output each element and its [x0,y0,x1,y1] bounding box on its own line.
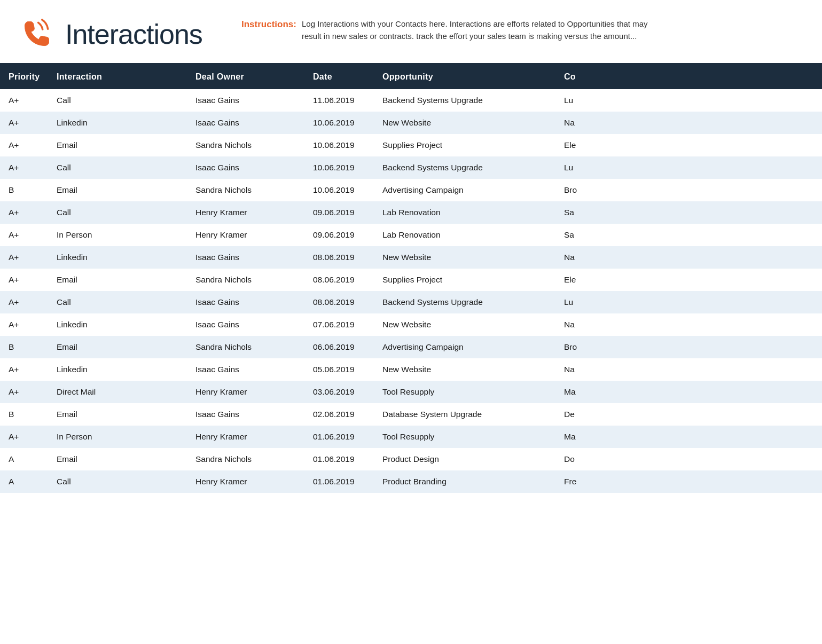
cell-interaction: In Person [48,426,187,448]
cell-priority: A+ [0,224,48,246]
cell-deal-owner: Sandra Nichols [187,134,304,156]
cell-priority: A+ [0,134,48,156]
cell-deal-owner: Henry Kramer [187,224,304,246]
page-header: Interactions Instructions: Log Interacti… [0,0,822,65]
cell-opportunity: Backend Systems Upgrade [374,156,555,179]
cell-opportunity: Backend Systems Upgrade [374,89,555,112]
cell-interaction: Email [48,336,187,358]
cell-date: 10.06.2019 [304,179,374,201]
cell-date: 10.06.2019 [304,156,374,179]
col-header-date: Date [304,65,374,89]
cell-date: 09.06.2019 [304,224,374,246]
interactions-table: Priority Interaction Deal Owner Date Opp… [0,65,822,493]
cell-deal-owner: Isaac Gains [187,112,304,134]
cell-date: 01.06.2019 [304,448,374,470]
cell-contact: Bro [555,336,822,358]
cell-opportunity: Product Design [374,448,555,470]
cell-priority: B [0,179,48,201]
cell-opportunity: Advertising Campaign [374,179,555,201]
cell-interaction: Linkedin [48,358,187,381]
page-title: Interactions [65,18,202,50]
table-row[interactable]: A+LinkedinIsaac Gains08.06.2019New Websi… [0,246,822,269]
cell-priority: A+ [0,426,48,448]
cell-date: 05.06.2019 [304,358,374,381]
cell-contact: Sa [555,224,822,246]
table-row[interactable]: A+Direct MailHenry Kramer03.06.2019Tool … [0,381,822,403]
cell-contact: Na [555,313,822,336]
interactions-table-container: Priority Interaction Deal Owner Date Opp… [0,65,822,493]
cell-contact: Fre [555,470,822,493]
table-row[interactable]: A+LinkedinIsaac Gains10.06.2019New Websi… [0,112,822,134]
cell-deal-owner: Henry Kramer [187,381,304,403]
cell-interaction: Email [48,269,187,291]
cell-opportunity: Supplies Project [374,134,555,156]
cell-date: 10.06.2019 [304,134,374,156]
cell-priority: A+ [0,269,48,291]
cell-date: 03.06.2019 [304,381,374,403]
cell-contact: Na [555,358,822,381]
table-row[interactable]: BEmailSandra Nichols10.06.2019Advertisin… [0,179,822,201]
cell-contact: Bro [555,179,822,201]
cell-deal-owner: Henry Kramer [187,470,304,493]
table-row[interactable]: A+EmailSandra Nichols10.06.2019Supplies … [0,134,822,156]
cell-interaction: Call [48,470,187,493]
table-row[interactable]: BEmailIsaac Gains02.06.2019Database Syst… [0,403,822,426]
cell-deal-owner: Isaac Gains [187,403,304,426]
cell-priority: A+ [0,313,48,336]
cell-deal-owner: Henry Kramer [187,201,304,224]
cell-priority: A+ [0,89,48,112]
cell-priority: A+ [0,246,48,269]
cell-interaction: Email [48,448,187,470]
instructions-label: Instructions: [241,18,296,30]
cell-deal-owner: Sandra Nichols [187,448,304,470]
cell-priority: A+ [0,112,48,134]
cell-deal-owner: Isaac Gains [187,89,304,112]
cell-deal-owner: Isaac Gains [187,313,304,336]
cell-priority: A+ [0,381,48,403]
cell-deal-owner: Sandra Nichols [187,269,304,291]
cell-opportunity: Product Branding [374,470,555,493]
table-row[interactable]: A+CallIsaac Gains11.06.2019Backend Syste… [0,89,822,112]
col-header-priority: Priority [0,65,48,89]
table-header: Priority Interaction Deal Owner Date Opp… [0,65,822,89]
cell-deal-owner: Sandra Nichols [187,179,304,201]
table-row[interactable]: A+In PersonHenry Kramer01.06.2019Tool Re… [0,426,822,448]
table-row[interactable]: A+CallHenry Kramer09.06.2019Lab Renovati… [0,201,822,224]
cell-date: 10.06.2019 [304,112,374,134]
cell-priority: B [0,403,48,426]
cell-interaction: In Person [48,224,187,246]
cell-deal-owner: Isaac Gains [187,291,304,313]
table-row[interactable]: A+EmailSandra Nichols08.06.2019Supplies … [0,269,822,291]
cell-opportunity: New Website [374,358,555,381]
cell-priority: A+ [0,201,48,224]
instructions-text: Log Interactions with your Contacts here… [302,18,665,42]
table-row[interactable]: A+CallIsaac Gains10.06.2019Backend Syste… [0,156,822,179]
cell-contact: Ele [555,134,822,156]
cell-date: 08.06.2019 [304,246,374,269]
cell-date: 09.06.2019 [304,201,374,224]
cell-opportunity: New Website [374,246,555,269]
cell-contact: De [555,403,822,426]
cell-interaction: Call [48,291,187,313]
cell-date: 06.06.2019 [304,336,374,358]
cell-interaction: Linkedin [48,112,187,134]
cell-deal-owner: Henry Kramer [187,426,304,448]
table-row[interactable]: A+LinkedinIsaac Gains07.06.2019New Websi… [0,313,822,336]
table-row[interactable]: ACallHenry Kramer01.06.2019Product Brand… [0,470,822,493]
cell-contact: Lu [555,291,822,313]
cell-contact: Do [555,448,822,470]
table-row[interactable]: A+LinkedinIsaac Gains05.06.2019New Websi… [0,358,822,381]
cell-date: 07.06.2019 [304,313,374,336]
table-row[interactable]: BEmailSandra Nichols06.06.2019Advertisin… [0,336,822,358]
cell-interaction: Email [48,134,187,156]
cell-interaction: Call [48,89,187,112]
table-row[interactable]: A+CallIsaac Gains08.06.2019Backend Syste… [0,291,822,313]
table-row[interactable]: AEmailSandra Nichols01.06.2019Product De… [0,448,822,470]
cell-interaction: Email [48,179,187,201]
cell-opportunity: Tool Resupply [374,381,555,403]
cell-interaction: Linkedin [48,246,187,269]
cell-interaction: Email [48,403,187,426]
table-row[interactable]: A+In PersonHenry Kramer09.06.2019Lab Ren… [0,224,822,246]
cell-contact: Na [555,246,822,269]
cell-opportunity: Lab Renovation [374,201,555,224]
